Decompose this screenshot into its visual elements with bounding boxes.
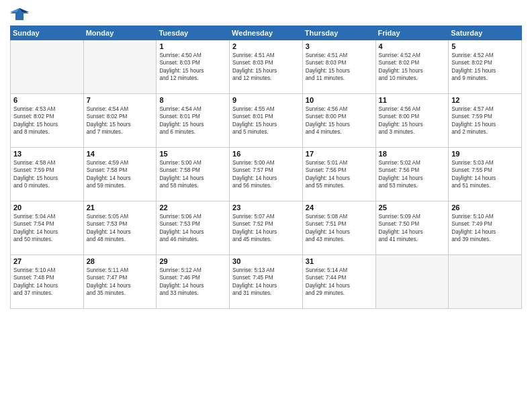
logo [10, 7, 32, 21]
header [10, 7, 522, 21]
day-number: 20 [13, 203, 81, 212]
day-info: Sunrise: 4:54 AM Sunset: 8:01 PM Dayligh… [159, 105, 226, 136]
day-number: 6 [13, 96, 81, 104]
day-info: Sunrise: 4:51 AM Sunset: 8:03 PM Dayligh… [232, 52, 300, 83]
day-info: Sunrise: 5:03 AM Sunset: 7:55 PM Dayligh… [451, 159, 519, 190]
day-number: 14 [87, 150, 154, 158]
day-cell: 27Sunrise: 5:10 AM Sunset: 7:48 PM Dayli… [11, 255, 84, 309]
day-info: Sunrise: 4:53 AM Sunset: 8:02 PM Dayligh… [13, 105, 81, 136]
day-cell: 21Sunrise: 5:05 AM Sunset: 7:53 PM Dayli… [83, 201, 157, 255]
day-cell: 1Sunrise: 4:50 AM Sunset: 8:03 PM Daylig… [157, 40, 230, 94]
day-number: 7 [87, 96, 154, 104]
day-cell: 10Sunrise: 4:56 AM Sunset: 8:00 PM Dayli… [302, 94, 375, 148]
week-row-5: 27Sunrise: 5:10 AM Sunset: 7:48 PM Dayli… [11, 255, 522, 309]
day-info: Sunrise: 4:50 AM Sunset: 8:03 PM Dayligh… [159, 52, 226, 83]
day-number: 25 [379, 203, 446, 212]
day-cell: 5Sunrise: 4:52 AM Sunset: 8:02 PM Daylig… [449, 40, 522, 94]
day-cell: 19Sunrise: 5:03 AM Sunset: 7:55 PM Dayli… [449, 148, 522, 201]
day-cell [449, 255, 522, 309]
day-info: Sunrise: 5:10 AM Sunset: 7:49 PM Dayligh… [451, 213, 519, 244]
day-number: 26 [451, 203, 519, 212]
day-number: 24 [306, 203, 373, 212]
day-number: 19 [451, 150, 519, 158]
day-cell [83, 40, 157, 94]
day-number: 27 [13, 257, 81, 265]
svg-marker-0 [10, 8, 29, 20]
day-info: Sunrise: 5:11 AM Sunset: 7:47 PM Dayligh… [87, 267, 154, 298]
day-info: Sunrise: 4:52 AM Sunset: 8:02 PM Dayligh… [379, 52, 446, 83]
day-cell: 4Sunrise: 4:52 AM Sunset: 8:02 PM Daylig… [375, 40, 449, 94]
day-cell: 23Sunrise: 5:07 AM Sunset: 7:52 PM Dayli… [230, 201, 303, 255]
page: SundayMondayTuesdayWednesdayThursdayFrid… [0, 0, 532, 411]
day-info: Sunrise: 5:08 AM Sunset: 7:51 PM Dayligh… [306, 213, 373, 244]
day-number: 22 [159, 203, 226, 212]
day-info: Sunrise: 4:56 AM Sunset: 8:00 PM Dayligh… [379, 105, 446, 136]
day-info: Sunrise: 4:55 AM Sunset: 8:01 PM Dayligh… [232, 105, 300, 136]
day-number: 30 [232, 257, 300, 265]
day-info: Sunrise: 5:00 AM Sunset: 7:58 PM Dayligh… [159, 159, 226, 190]
day-info: Sunrise: 5:07 AM Sunset: 7:52 PM Dayligh… [232, 213, 300, 244]
day-number: 4 [379, 42, 446, 50]
day-info: Sunrise: 5:02 AM Sunset: 7:56 PM Dayligh… [379, 159, 446, 190]
weekday-header-friday: Friday [375, 26, 449, 40]
day-cell: 8Sunrise: 4:54 AM Sunset: 8:01 PM Daylig… [157, 94, 230, 148]
day-info: Sunrise: 5:09 AM Sunset: 7:50 PM Dayligh… [379, 213, 446, 244]
day-cell: 3Sunrise: 4:51 AM Sunset: 8:03 PM Daylig… [302, 40, 375, 94]
day-info: Sunrise: 4:59 AM Sunset: 7:58 PM Dayligh… [87, 159, 154, 190]
day-info: Sunrise: 5:10 AM Sunset: 7:48 PM Dayligh… [13, 267, 81, 298]
weekday-header-tuesday: Tuesday [157, 26, 230, 40]
day-info: Sunrise: 5:00 AM Sunset: 7:57 PM Dayligh… [232, 159, 300, 190]
day-cell: 6Sunrise: 4:53 AM Sunset: 8:02 PM Daylig… [11, 94, 84, 148]
day-number: 28 [87, 257, 154, 265]
day-info: Sunrise: 5:04 AM Sunset: 7:54 PM Dayligh… [13, 213, 81, 244]
weekday-header-row: SundayMondayTuesdayWednesdayThursdayFrid… [11, 26, 522, 40]
day-cell: 25Sunrise: 5:09 AM Sunset: 7:50 PM Dayli… [375, 201, 449, 255]
day-number: 23 [232, 203, 300, 212]
day-cell: 31Sunrise: 5:14 AM Sunset: 7:44 PM Dayli… [302, 255, 375, 309]
logo-icon [10, 7, 29, 21]
day-number: 1 [159, 42, 226, 50]
day-number: 15 [159, 150, 226, 158]
day-number: 21 [87, 203, 154, 212]
week-row-3: 13Sunrise: 4:58 AM Sunset: 7:59 PM Dayli… [11, 148, 522, 201]
week-row-4: 20Sunrise: 5:04 AM Sunset: 7:54 PM Dayli… [11, 201, 522, 255]
day-number: 13 [13, 150, 81, 158]
day-number: 10 [306, 96, 373, 104]
day-cell: 13Sunrise: 4:58 AM Sunset: 7:59 PM Dayli… [11, 148, 84, 201]
day-number: 17 [306, 150, 373, 158]
day-info: Sunrise: 4:56 AM Sunset: 8:00 PM Dayligh… [306, 105, 373, 136]
day-cell: 26Sunrise: 5:10 AM Sunset: 7:49 PM Dayli… [449, 201, 522, 255]
day-cell: 20Sunrise: 5:04 AM Sunset: 7:54 PM Dayli… [11, 201, 84, 255]
day-info: Sunrise: 4:58 AM Sunset: 7:59 PM Dayligh… [13, 159, 81, 190]
day-cell: 17Sunrise: 5:01 AM Sunset: 7:56 PM Dayli… [302, 148, 375, 201]
day-number: 18 [379, 150, 446, 158]
day-info: Sunrise: 5:13 AM Sunset: 7:45 PM Dayligh… [232, 267, 300, 298]
weekday-header-saturday: Saturday [449, 26, 522, 40]
day-number: 29 [159, 257, 226, 265]
day-info: Sunrise: 5:01 AM Sunset: 7:56 PM Dayligh… [306, 159, 373, 190]
day-cell: 22Sunrise: 5:06 AM Sunset: 7:53 PM Dayli… [157, 201, 230, 255]
day-number: 31 [306, 257, 373, 265]
week-row-2: 6Sunrise: 4:53 AM Sunset: 8:02 PM Daylig… [11, 94, 522, 148]
weekday-header-monday: Monday [83, 26, 157, 40]
day-number: 3 [306, 42, 373, 50]
day-info: Sunrise: 4:51 AM Sunset: 8:03 PM Dayligh… [306, 52, 373, 83]
day-number: 2 [232, 42, 300, 50]
day-cell: 16Sunrise: 5:00 AM Sunset: 7:57 PM Dayli… [230, 148, 303, 201]
day-cell: 29Sunrise: 5:12 AM Sunset: 7:46 PM Dayli… [157, 255, 230, 309]
calendar-table: SundayMondayTuesdayWednesdayThursdayFrid… [10, 26, 522, 309]
day-cell: 28Sunrise: 5:11 AM Sunset: 7:47 PM Dayli… [83, 255, 157, 309]
day-number: 8 [159, 96, 226, 104]
day-number: 11 [379, 96, 446, 104]
day-info: Sunrise: 4:54 AM Sunset: 8:02 PM Dayligh… [87, 105, 154, 136]
day-cell: 15Sunrise: 5:00 AM Sunset: 7:58 PM Dayli… [157, 148, 230, 201]
day-number: 12 [451, 96, 519, 104]
day-info: Sunrise: 4:57 AM Sunset: 7:59 PM Dayligh… [451, 105, 519, 136]
day-cell: 11Sunrise: 4:56 AM Sunset: 8:00 PM Dayli… [375, 94, 449, 148]
day-cell [11, 40, 84, 94]
day-cell [375, 255, 449, 309]
day-info: Sunrise: 5:06 AM Sunset: 7:53 PM Dayligh… [159, 213, 226, 244]
day-cell: 2Sunrise: 4:51 AM Sunset: 8:03 PM Daylig… [230, 40, 303, 94]
day-number: 5 [451, 42, 519, 50]
day-info: Sunrise: 5:05 AM Sunset: 7:53 PM Dayligh… [87, 213, 154, 244]
